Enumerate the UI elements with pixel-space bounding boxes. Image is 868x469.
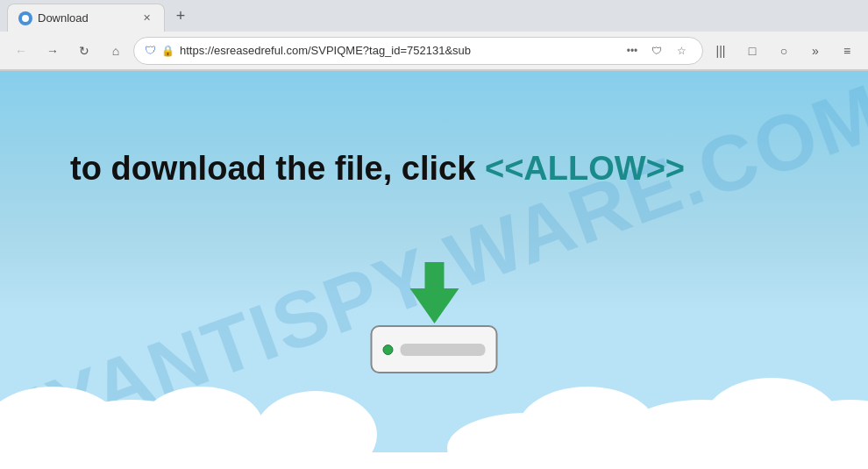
account-button[interactable]: ○ [770,37,798,65]
more-options-button[interactable]: ••• [622,40,643,61]
tab-title: Download [38,11,134,25]
main-text-allow: <<ALLOW>> [485,150,685,187]
new-tab-button[interactable]: + [168,4,193,28]
menu-button[interactable]: ≡ [833,37,861,65]
active-tab[interactable]: Download ✕ [7,4,165,32]
hard-disk-icon [371,325,498,373]
address-bar-actions: ••• 🛡 ☆ [622,40,692,61]
hdd-led-indicator [383,345,394,355]
toolbar-right: ||| □ ○ » ≡ [707,37,861,65]
shield-icon: 🛡 [145,44,156,57]
arrow-wrapper [409,304,459,323]
url-display: https://esreasedreful.com/SVPIQME?tag_id… [180,44,616,57]
bookmark-button[interactable]: ☆ [671,40,692,61]
tab-close-button[interactable]: ✕ [139,11,153,25]
library-button[interactable]: ||| [707,37,735,65]
shield-right-icon[interactable]: 🛡 [646,40,667,61]
page-content: MYANTISPY WARE.COM to download the file,… [0,71,868,469]
main-text-black: to download the file, click [70,150,485,187]
lock-icon: 🔒 [161,45,174,57]
tab-bar: Download ✕ + [0,0,868,32]
address-bar[interactable]: 🛡 🔒 https://esreasedreful.com/SVPIQME?ta… [133,37,703,65]
main-message: to download the file, click <<ALLOW>> [0,150,868,188]
browser-chrome: Download ✕ + ← → ↻ ⌂ 🛡 🔒 https://esrease… [0,0,868,71]
back-button[interactable]: ← [7,37,35,65]
arrow-down-icon [409,288,459,323]
home-button[interactable]: ⌂ [102,37,130,65]
forward-button[interactable]: → [39,37,67,65]
hdd-slot [401,344,486,356]
extensions-button[interactable]: » [801,37,829,65]
arrow-stem [424,262,444,288]
tab-favicon-icon [18,11,32,25]
navigation-bar: ← → ↻ ⌂ 🛡 🔒 https://esreasedreful.com/SV… [0,32,868,70]
svg-rect-12 [0,452,868,469]
reload-button[interactable]: ↻ [70,37,98,65]
download-icon-container [371,304,498,373]
containers-button[interactable]: □ [738,37,766,65]
